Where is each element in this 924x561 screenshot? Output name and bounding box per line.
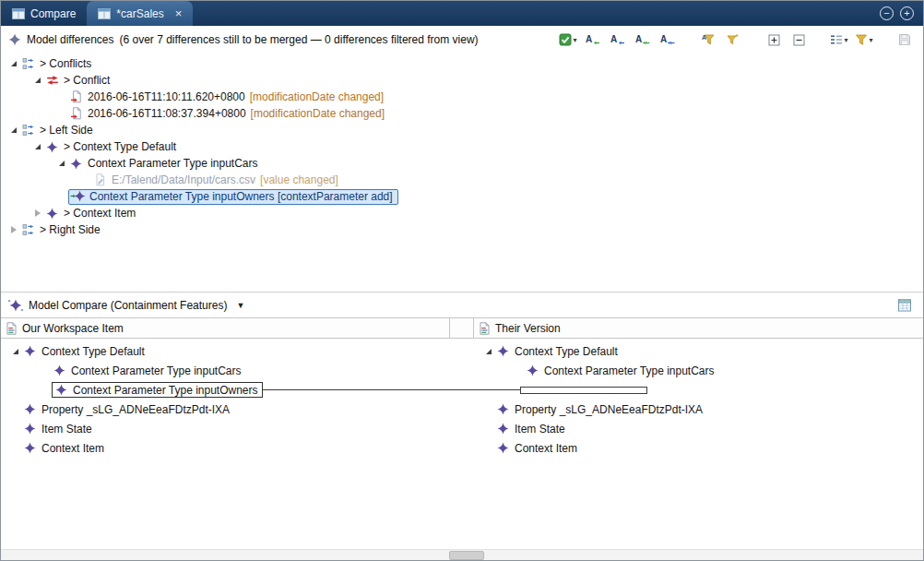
compare-row[interactable]: Property _sLG_ADNeEeaFDtzPdt-IXA: [474, 400, 923, 419]
filters-dropdown-button[interactable]: ▾: [853, 30, 875, 50]
their-version-tree: Context Type Default Context Parameter T…: [474, 341, 923, 458]
tree-row-modification-date-1[interactable]: 2016-06-16T11:10:11.620+0800 [modificati…: [1, 89, 923, 105]
compare-column-headers: Our Workspace Item Their Version: [1, 317, 923, 339]
tree-row-label: > Conflict: [64, 74, 110, 87]
expander-spacer: [54, 107, 68, 121]
dropdown-caret-icon: ▾: [573, 36, 576, 44]
table-view-button[interactable]: [894, 295, 916, 316]
tab-close-icon[interactable]: ×: [175, 8, 183, 19]
model-element-icon: [22, 422, 38, 436]
merge-mode-dropdown-button[interactable]: ▾: [557, 30, 579, 50]
collapse-all-icon: [793, 34, 805, 46]
tree-row-left-side[interactable]: > Left Side: [1, 122, 923, 138]
tree-row-context-type-default[interactable]: > Context Type Default: [1, 138, 923, 155]
advanced-filter-button[interactable]: [722, 30, 744, 50]
expander-icon[interactable]: [30, 207, 44, 221]
tree-row-right-side[interactable]: > Right Side: [1, 221, 923, 238]
change-annotation: [modificationDate changed]: [250, 90, 384, 103]
model-element-icon: [495, 344, 511, 359]
scrollbar-thumb[interactable]: [449, 551, 484, 560]
model-differences-toolbar: Model differences (6 over 7 differences …: [1, 26, 923, 54]
reject-change-button[interactable]: [607, 30, 629, 50]
compare-row[interactable]: Context Parameter Type inputCars: [1, 361, 450, 380]
group-by-dropdown-button[interactable]: ▾: [828, 30, 850, 50]
expander-icon[interactable]: [6, 124, 20, 137]
tab-carsales[interactable]: *carSales ×: [87, 1, 193, 26]
expander-spacer: [8, 402, 22, 416]
expander-icon[interactable]: [8, 344, 22, 358]
horizontal-scrollbar[interactable]: [1, 549, 923, 560]
maximize-button[interactable]: +: [900, 6, 914, 20]
minimize-button[interactable]: −: [880, 6, 894, 20]
left-column-title: Our Workspace Item: [22, 322, 124, 335]
compare-row[interactable]: Context Type Default: [474, 341, 923, 361]
insertion-placeholder-row: [474, 380, 923, 400]
date-change-icon: [68, 90, 84, 104]
selected-row-highlight: Context Parameter Type inputOwners [cont…: [68, 189, 398, 205]
expander-spacer: [38, 364, 52, 377]
tree-row-conflict[interactable]: > Conflict: [1, 72, 923, 89]
compare-row[interactable]: Property _sLG_ADNeEeaFDtzPdt-IXA: [1, 400, 450, 419]
model-element-icon: [525, 364, 540, 378]
group-icon: [20, 222, 36, 237]
toolbar-actions: ▾ ▾ ▾: [557, 30, 916, 50]
model-element-icon: [495, 402, 511, 417]
expander-icon[interactable]: [481, 344, 495, 358]
model-element-icon: [22, 441, 38, 456]
date-change-icon: [68, 106, 84, 121]
expander-icon[interactable]: [30, 140, 44, 154]
change-annotation: [modificationDate changed]: [251, 107, 385, 120]
compare-row-label: Context Parameter Type inputOwners: [73, 384, 258, 397]
our-workspace-tree: Context Type Default Context Parameter T…: [1, 341, 450, 458]
compare-row[interactable]: Item State: [1, 419, 450, 438]
expander-spacer: [511, 364, 525, 377]
compare-row-selected[interactable]: Context Parameter Type inputOwners: [1, 380, 450, 400]
accept-all-changes-button[interactable]: [632, 30, 654, 50]
compare-row[interactable]: Context Type Default: [1, 341, 450, 361]
tree-row-cars-csv[interactable]: E:/Talend/Data/Input/cars.csv [value cha…: [1, 172, 923, 188]
tab-compare[interactable]: Compare: [1, 1, 87, 26]
collapse-all-button[interactable]: [788, 30, 810, 50]
value-change-icon: [92, 173, 108, 187]
accept-all-icon: [635, 33, 650, 46]
differences-tree: > Conflicts > Conflict 2016-06-16T11:10:…: [1, 54, 923, 292]
expander-spacer: [54, 90, 68, 104]
model-compare-icon: [8, 299, 23, 312]
change-annotation: [value changed]: [260, 173, 338, 186]
reject-all-icon: [660, 33, 675, 46]
compare-row-label: Context Type Default: [41, 345, 145, 358]
quick-filter-button[interactable]: [697, 30, 719, 50]
model-element-icon: [44, 139, 60, 154]
compare-row-label: Context Parameter Type inputCars: [544, 364, 715, 377]
conflict-icon: [44, 73, 60, 88]
compare-row[interactable]: Context Item: [474, 438, 923, 458]
tree-row-conflicts[interactable]: > Conflicts: [1, 55, 923, 72]
compare-row[interactable]: Context Parameter Type inputCars: [474, 361, 923, 380]
tree-row-label: Context Parameter Type inputOwners [cont…: [89, 190, 393, 203]
model-compare-title: Model Compare (Containment Features): [29, 299, 227, 312]
compare-row[interactable]: Context Item: [1, 438, 450, 458]
diff-summary-text: (6 over 7 differences still to be merged…: [120, 33, 479, 46]
tree-row-input-cars[interactable]: Context Parameter Type inputCars: [1, 155, 923, 172]
expand-all-button[interactable]: [763, 30, 785, 50]
expander-icon[interactable]: [6, 223, 20, 237]
tree-row-context-item[interactable]: > Context Item: [1, 205, 923, 221]
save-icon: [898, 33, 911, 46]
model-element-icon: [22, 402, 38, 417]
tree-row-input-owners-selected[interactable]: Context Parameter Type inputOwners [cont…: [1, 188, 923, 205]
compare-row-label: Item State: [515, 423, 565, 436]
tree-row-modification-date-2[interactable]: 2016-06-16T11:08:37.394+0800 [modificati…: [1, 105, 923, 122]
model-element-icon: [44, 206, 60, 221]
group-list-icon: [830, 33, 843, 46]
reject-all-changes-button[interactable]: [657, 30, 679, 50]
expander-icon[interactable]: [6, 57, 20, 71]
save-button[interactable]: [894, 30, 916, 50]
compare-row[interactable]: Item State: [474, 419, 923, 438]
model-element-icon: [68, 156, 84, 171]
compare-dropdown-caret-icon[interactable]: ▼: [236, 301, 244, 310]
funnel-icon: [855, 33, 868, 46]
editor-tab-bar: Compare *carSales × − +: [1, 1, 923, 26]
expander-icon[interactable]: [54, 157, 68, 171]
expander-icon[interactable]: [30, 74, 44, 88]
accept-change-button[interactable]: [582, 30, 604, 50]
